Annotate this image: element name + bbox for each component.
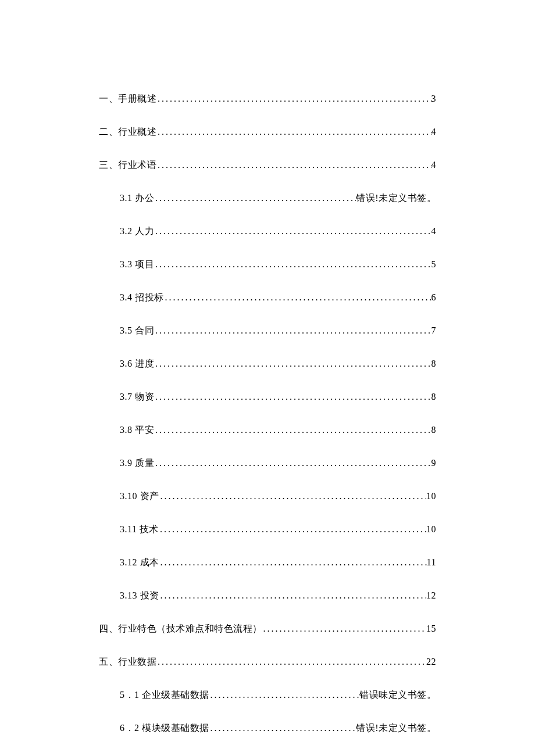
toc-leader-dots: ........................................… [154,226,431,237]
toc-entry: 3.11 技术 ................................… [99,524,436,536]
toc-entry-label: 一、手册概述 [99,93,156,105]
toc-entry-label: 3.5 合同 [120,325,154,337]
toc-leader-dots: ........................................… [154,325,431,336]
toc-entry: 三、行业术语..................................… [99,159,436,171]
toc-entry: 二、行业概述..................................… [99,126,436,138]
toc-entry-page: 4 [431,226,437,237]
toc-entry-page: 10 [426,524,436,535]
toc-entry-page: 5 [431,259,437,270]
toc-entry-label: 3.9 质量 [120,457,154,470]
toc-leader-dots: ........................................… [154,392,431,402]
toc-entry: 3.4 招投标.................................… [99,292,436,304]
toc-entry-page: 错误味定义书签。 [359,689,436,701]
table-of-contents: 一、手册概述..................................… [99,93,436,734]
toc-entry-page: 7 [431,325,437,336]
toc-leader-dots: ........................................… [154,425,431,435]
toc-entry-page: 3 [431,94,437,104]
toc-entry-page: 22 [426,657,436,667]
toc-entry-label: 6．2 模块级基础数据 [120,722,209,734]
toc-entry: 3.3 项目..................................… [99,259,436,271]
toc-entry: 3.10 资产 ................................… [99,490,436,503]
toc-entry: 3.1 办公..................................… [99,192,436,205]
toc-leader-dots: ........................................… [159,491,427,501]
toc-entry: 一、手册概述..................................… [99,93,436,105]
toc-leader-dots: ........................................… [159,524,426,535]
toc-entry: 3.13 投资 ................................… [99,590,436,602]
toc-entry-page: 8 [431,425,437,435]
toc-entry-page: 4 [431,127,437,137]
toc-leader-dots: ........................................… [159,557,427,568]
toc-entry-page: 6 [431,292,437,303]
toc-entry-label: 3.1 办公 [120,192,154,205]
toc-leader-dots: ........................................… [209,690,360,700]
toc-entry-page: 4 [431,160,437,170]
toc-leader-dots: ........................................… [154,458,431,468]
toc-entry-page: 8 [431,392,437,402]
toc-leader-dots: ........................................… [156,657,426,667]
toc-entry-page: 错误!未定义书签。 [356,192,436,205]
toc-leader-dots: ........................................… [209,723,356,733]
toc-entry: 3.5 合同..................................… [99,325,436,337]
toc-entry: 3.6 进度..................................… [99,358,436,370]
toc-entry: 5．1 企业级基础数据.............................… [99,689,436,701]
toc-entry-label: 三、行业术语 [99,159,156,171]
toc-leader-dots: ........................................… [154,359,431,369]
toc-leader-dots: ........................................… [154,193,356,203]
toc-entry-page: 错误!未定义书签。 [356,722,436,734]
toc-entry-label: 3.4 招投标 [120,292,164,304]
toc-entry-label: 3.7 物资 [120,391,154,403]
toc-entry-page: 12 [426,590,436,601]
toc-entry: 3.7 物资..................................… [99,391,436,403]
toc-entry: 四、行业特色（技术难点和特色流程） ......................… [99,623,436,635]
toc-entry-label: 3.13 投资 [120,590,159,602]
toc-entry-label: 二、行业概述 [99,126,156,138]
toc-entry: 3.9 质量..................................… [99,457,436,470]
toc-leader-dots: ........................................… [164,292,431,303]
toc-entry-label: 3.12 成本 [120,557,159,569]
toc-entry-label: 5．1 企业级基础数据 [120,689,209,701]
toc-leader-dots: ........................................… [154,259,431,270]
toc-entry-label: 3.2 人力 [120,225,154,238]
toc-entry: 3.12 成本 ................................… [99,557,436,569]
toc-leader-dots: ........................................… [159,590,427,601]
toc-entry-label: 四、行业特色（技术难点和特色流程） [99,623,262,635]
toc-leader-dots: ........................................… [156,160,431,170]
toc-entry-label: 3.3 项目 [120,259,154,271]
toc-leader-dots: ........................................… [156,127,431,137]
toc-entry-page: 15 [426,624,436,634]
toc-entry-page: 10 [426,491,436,501]
toc-entry-page: 11 [427,557,436,568]
toc-entry-label: 3.8 平安 [120,424,154,436]
toc-entry-page: 8 [431,359,437,369]
toc-leader-dots: ........................................… [156,94,431,104]
toc-entry-label: 3.10 资产 [120,490,159,503]
toc-entry: 3.2 人力..................................… [99,225,436,238]
toc-entry: 3.8 平安..................................… [99,424,436,436]
toc-leader-dots: ........................................… [262,624,427,634]
toc-entry-label: 3.6 进度 [120,358,154,370]
toc-entry: 五、行业数据 .................................… [99,656,436,668]
toc-entry-label: 3.11 技术 [120,524,159,536]
toc-entry: 6．2 模块级基础数据.............................… [99,722,436,734]
toc-entry-page: 9 [431,458,437,468]
toc-entry-label: 五、行业数据 [99,656,156,668]
